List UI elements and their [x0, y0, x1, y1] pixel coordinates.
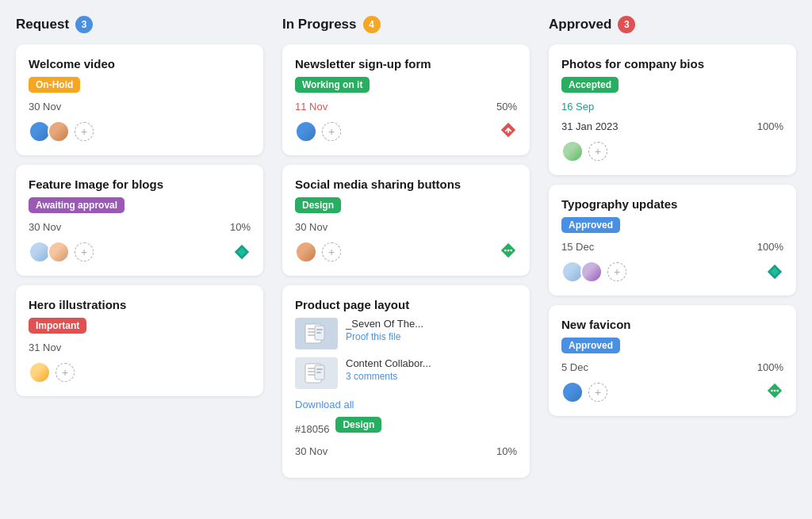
card-title: New favicon: [561, 318, 783, 331]
diamond-icon: [766, 263, 783, 280]
avatar: [295, 120, 317, 143]
card-title: Product page layout: [295, 298, 517, 311]
card-footer: +: [561, 381, 783, 403]
add-member-button[interactable]: +: [588, 383, 607, 402]
column-title: Approved: [549, 17, 611, 32]
diamond-icon: [233, 243, 251, 261]
svg-point-26: [774, 390, 776, 392]
avatar-group: +: [29, 241, 94, 263]
svg-rect-13: [316, 329, 323, 330]
column-header: In Progress 4: [282, 16, 530, 33]
card-title: Photos for company bios: [561, 57, 783, 71]
column-badge: 4: [363, 16, 381, 33]
card-date: 30 Nov: [29, 221, 61, 233]
add-member-button[interactable]: +: [75, 122, 94, 141]
column-badge: 3: [618, 16, 635, 33]
card-product-page: Product page layout _Seven Of The... Pro…: [282, 285, 530, 478]
card-title: Social media sharing buttons: [295, 177, 517, 191]
card-date-secondary: 31 Jan 2023: [561, 120, 619, 132]
status-tag: Approved: [561, 338, 620, 353]
card-percent: 100%: [757, 241, 783, 253]
file-info: Content Collabor... 3 comments: [346, 357, 517, 382]
add-member-button[interactable]: +: [322, 122, 341, 141]
add-member-button[interactable]: +: [322, 242, 341, 261]
status-tag: On-Hold: [29, 77, 80, 93]
column-in-progress: In Progress 4 Newsletter sign-up form Wo…: [282, 16, 530, 487]
column-request: Request 3 Welcome video On-Hold 30 Nov +…: [16, 16, 263, 487]
status-tag: Working on it: [295, 77, 370, 93]
card-feature-image: Feature Image for blogs Awaiting approva…: [16, 165, 263, 276]
dots-icon: [500, 242, 517, 262]
card-title: Typography updates: [561, 197, 783, 211]
svg-point-25: [771, 390, 773, 392]
card-date: 30 Nov: [29, 101, 61, 113]
download-all[interactable]: Download all: [295, 397, 517, 417]
card-social-media: Social media sharing buttons Design 30 N…: [282, 165, 530, 276]
avatar-group: +: [561, 381, 607, 403]
file-action-proof[interactable]: Proof this file: [346, 331, 517, 342]
card-date: 31 Nov: [29, 342, 61, 353]
card-photos-bios: Photos for company bios Accepted 16 Sep …: [549, 44, 796, 175]
avatar: [561, 381, 584, 403]
column-approved: Approved 3 Photos for company bios Accep…: [549, 16, 796, 487]
avatar-group: +: [29, 120, 94, 143]
arrow-icon: [500, 121, 517, 142]
date-row: 11 Nov 50%: [295, 101, 517, 113]
card-date-primary: 16 Sep: [561, 101, 594, 113]
column-title: In Progress: [282, 17, 357, 32]
card-newsletter-form: Newsletter sign-up form Working on it 11…: [282, 44, 530, 155]
card-title: Feature Image for blogs: [29, 177, 251, 191]
card-id: #18056: [295, 423, 329, 435]
add-member-button[interactable]: +: [75, 242, 94, 261]
avatar-group: +: [295, 120, 341, 143]
file-row: _Seven Of The... Proof this file: [295, 318, 517, 349]
svg-rect-20: [316, 368, 323, 370]
date-row: 30 Nov: [29, 101, 251, 113]
column-header: Request 3: [16, 16, 263, 33]
date-row: 31 Nov: [29, 342, 251, 353]
date-row: 5 Dec 100%: [561, 361, 783, 373]
status-tag: Accepted: [561, 77, 619, 93]
card-hero-illustrations: Hero illustrations Important 31 Nov +: [16, 285, 263, 396]
second-date-row: 31 Jan 2023 100%: [561, 120, 783, 132]
add-member-button[interactable]: +: [56, 363, 75, 382]
date-row: 30 Nov 10%: [29, 221, 251, 233]
status-tag: Important: [29, 318, 86, 334]
avatar-group: +: [561, 140, 607, 162]
card-percent: 100%: [757, 120, 783, 132]
status-tag: Approved: [561, 217, 620, 233]
file-name: _Seven Of The...: [346, 318, 517, 330]
card-date: 15 Dec: [561, 241, 594, 253]
date-row: 16 Sep: [561, 101, 783, 113]
card-date: 30 Nov: [295, 445, 327, 457]
card-footer: +: [29, 120, 251, 143]
card-welcome-video: Welcome video On-Hold 30 Nov +: [16, 44, 263, 155]
dots-icon: [766, 382, 783, 403]
card-typography-updates: Typography updates Approved 15 Dec 100% …: [549, 185, 796, 296]
avatar-group: +: [295, 241, 341, 263]
column-badge: 3: [75, 16, 93, 33]
card-id-row: #18056 Design: [295, 417, 517, 441]
avatar: [29, 361, 51, 384]
file-name: Content Collabor...: [346, 357, 517, 369]
card-percent: 10%: [230, 221, 251, 233]
svg-point-7: [510, 250, 512, 252]
card-title: Hero illustrations: [29, 298, 251, 311]
date-row: 15 Dec 100%: [561, 241, 783, 253]
file-info: _Seven Of The... Proof this file: [346, 318, 517, 342]
column-header: Approved 3: [549, 16, 796, 33]
card-percent: 50%: [496, 101, 517, 113]
add-member-button[interactable]: +: [588, 142, 607, 161]
file-action-comments[interactable]: 3 comments: [346, 371, 517, 382]
card-footer: +: [561, 140, 783, 162]
svg-point-6: [508, 250, 510, 252]
card-footer: +: [29, 241, 251, 263]
card-title: Newsletter sign-up form: [295, 57, 517, 71]
avatar: [580, 261, 603, 283]
add-member-button[interactable]: +: [607, 262, 626, 281]
file-row: Content Collabor... 3 comments: [295, 357, 517, 389]
status-tag: Design: [295, 197, 341, 213]
column-title: Request: [16, 17, 69, 32]
avatar-group: +: [561, 261, 626, 283]
date-row: 30 Nov 10%: [295, 445, 517, 457]
